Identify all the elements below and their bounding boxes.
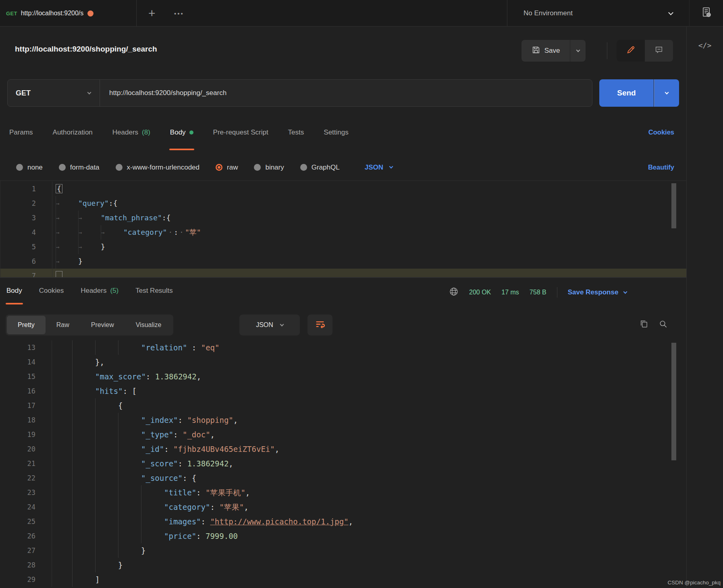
code-line-content: "hits": [ [52,384,686,398]
code-token-p: : { [183,474,196,482]
request-body-editor[interactable]: 1{2→"query":{3→→"match_phrase":{4→→→"cat… [0,181,686,277]
view-preview[interactable]: Preview [80,316,125,334]
request-tab[interactable]: GET http://localhost:9200/s [0,0,137,27]
response-tab-headers[interactable]: Headers (5) [81,287,118,295]
radio-x-www-form-urlencoded[interactable]: x-www-form-urlencoded [116,164,199,172]
tab-pre-request-script[interactable]: Pre-request Script [213,128,268,137]
radio-none[interactable]: none [16,164,43,172]
cookies-link[interactable]: Cookies [648,128,674,136]
line-number: 19 [0,427,35,442]
beautify-link[interactable]: Beautify [648,164,674,171]
line-number: 22 [0,471,35,485]
new-tab-button[interactable]: + [148,0,156,27]
tab-settings[interactable]: Settings [324,128,348,137]
code-line: 15"max_score": 1.3862942, [0,369,686,384]
method-label: GET [16,89,88,97]
code-line-content: "category": "苹果", [52,500,686,514]
request-header: http://localhost:9200/shopping/_search S… [0,27,686,71]
tab-tests[interactable]: Tests [288,128,304,137]
send-options-button[interactable] [654,79,679,107]
line-number: 15 [0,369,35,384]
tab-options-icon[interactable]: ••• [174,0,184,27]
code-line: 20"_id": "fjhbz4UBv465eiZT6vEi", [0,442,686,456]
code-line: 1{ [0,182,686,196]
body-language-selector[interactable]: JSON [365,164,393,172]
response-body-editor[interactable]: 13"relation" : "eq"14},15"max_score": 1.… [0,339,686,588]
response-editor-scrollbar[interactable] [671,343,676,460]
radio-raw[interactable]: raw [216,164,238,172]
method-selector[interactable]: GET [8,80,100,106]
code-token-num: 1.3862942 [155,372,197,381]
request-editor-scrollbar[interactable] [671,183,676,228]
environment-quick-look-button[interactable] [689,0,723,27]
code-line: 5→→} [0,240,686,254]
save-response-button[interactable]: Save Response [568,288,627,296]
code-token-num: 7999.00 [206,532,238,540]
response-tab-body[interactable]: Body [6,287,22,295]
code-line-content: →→"match_phrase":{ [52,211,686,225]
code-token-key: "category" [123,228,167,236]
code-line-content: { [52,182,686,196]
radio-graphql[interactable]: GraphQL [300,164,340,172]
code-token-p: :{ [109,199,118,207]
code-line: 23"title": "苹果手机", [0,485,686,500]
save-button-label: Save [544,47,560,55]
save-options-button[interactable] [570,40,586,62]
code-token-g [95,485,118,500]
code-token-p: : [164,445,173,453]
edit-mode-button[interactable] [617,40,645,62]
code-token-p: } [141,546,145,555]
code-line-content [52,269,686,277]
unsaved-changes-dot [87,10,93,17]
code-line: 19"_type": "_doc", [0,427,686,442]
code-token-a: → [56,196,78,211]
code-token-p: , [244,503,248,511]
tab-headers[interactable]: Headers (8) [112,128,150,137]
code-token-p: , [197,372,201,381]
network-globe-icon[interactable] [449,287,459,298]
tab-method-label: GET [6,10,17,17]
response-tab-test-results[interactable]: Test Results [135,287,173,295]
save-button[interactable]: Save [521,40,570,62]
url-input[interactable]: http://localhost:9200/shopping/_search [100,80,592,106]
line-number: 5 [0,240,36,254]
code-token-p: , [245,488,250,497]
code-token-str: "苹" [185,228,201,236]
tab-params[interactable]: Params [9,128,33,137]
response-format-selector[interactable]: JSON [239,315,300,335]
radio-circle [116,164,123,171]
copy-response-button[interactable] [639,319,648,330]
code-snippet-icon[interactable]: </> [696,41,714,50]
code-token-g [118,500,141,514]
code-line: 22"_source": { [0,471,686,485]
wrap-text-button[interactable] [307,315,332,335]
code-token-g [95,543,118,558]
wrap-text-icon [314,319,326,331]
code-token-key: "_score" [141,459,178,468]
chevron-down-icon [623,290,627,294]
code-token-g [72,529,95,543]
radio-form-data[interactable]: form-data [59,164,100,172]
response-tab-cookies[interactable]: Cookies [39,287,64,295]
code-token-key: "_type" [141,430,173,439]
code-line-content: "_id": "fjhbz4UBv465eiZT6vEi", [52,442,686,456]
code-token-p: , [229,459,233,468]
code-token-g [95,427,118,442]
line-number: 29 [0,572,35,587]
view-raw[interactable]: Raw [46,316,80,334]
view-visualize[interactable]: Visualize [125,316,172,334]
environment-selector[interactable]: No Environment [507,0,686,27]
radio-binary[interactable]: binary [254,164,284,172]
code-line-content: ] [52,572,686,587]
tab-authorization[interactable]: Authorization [53,128,93,137]
view-pretty[interactable]: Pretty [7,316,46,334]
send-button[interactable]: Send [599,79,654,107]
code-line: 28} [0,558,686,572]
comments-button[interactable] [645,40,673,62]
code-line-content: "title": "苹果手机", [52,485,686,500]
tab-body[interactable]: Body [170,128,193,137]
save-icon [532,46,540,56]
response-time: 17 ms [501,289,519,296]
code-token-str: "_doc" [183,430,210,439]
search-response-button[interactable] [659,319,668,330]
